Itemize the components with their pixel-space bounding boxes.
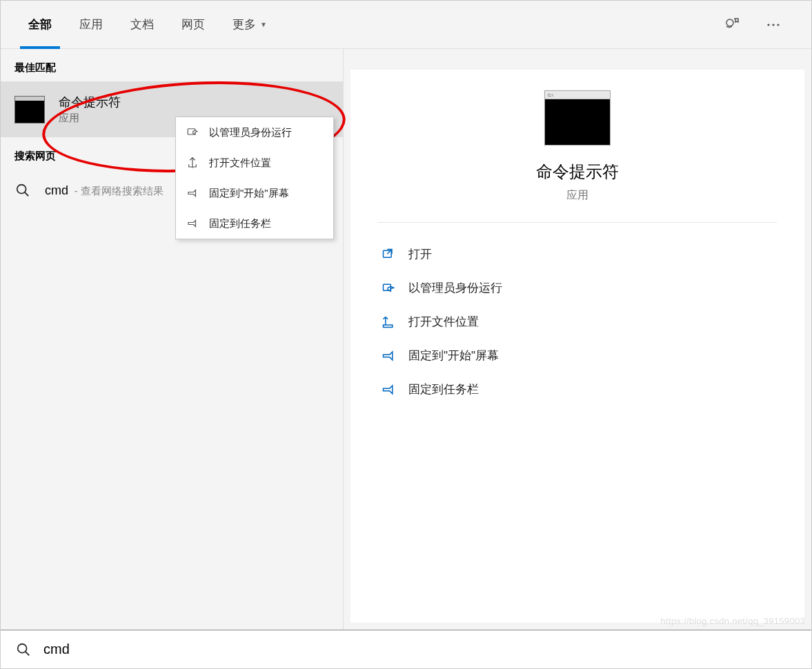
pin-icon bbox=[381, 382, 396, 397]
ctx-run-admin[interactable]: 以管理员身份运行 bbox=[176, 117, 333, 148]
preview-pane: C:\ 命令提示符 应用 打开 bbox=[344, 49, 811, 630]
action-label: 固定到任务栏 bbox=[408, 381, 479, 397]
action-run-admin[interactable]: 以管理员身份运行 bbox=[378, 273, 777, 303]
main-area: 最佳匹配 命令提示符 应用 搜索网页 cmd - 查看网络搜索结果 bbox=[1, 49, 811, 630]
open-icon bbox=[381, 247, 396, 262]
preview-thumbnail: C:\ bbox=[544, 90, 611, 146]
action-open-location[interactable]: 打开文件位置 bbox=[378, 307, 777, 337]
ctx-label: 打开文件位置 bbox=[209, 157, 271, 170]
svg-point-4 bbox=[17, 185, 26, 194]
action-list: 打开 以管理员身份运行 打开文件位置 bbox=[378, 223, 777, 404]
watermark: https://blog.csdn.net/qq_39159003 bbox=[661, 616, 805, 626]
action-label: 打开 bbox=[408, 246, 432, 262]
more-options-icon[interactable] bbox=[763, 14, 784, 35]
tab-apps[interactable]: 应用 bbox=[66, 1, 117, 49]
web-query: cmd bbox=[45, 183, 68, 197]
folder-icon bbox=[381, 314, 396, 330]
action-label: 打开文件位置 bbox=[408, 314, 479, 330]
search-input[interactable] bbox=[43, 641, 796, 657]
action-pin-taskbar[interactable]: 固定到任务栏 bbox=[378, 375, 777, 404]
search-bar bbox=[1, 630, 811, 668]
ctx-label: 以管理员身份运行 bbox=[209, 126, 292, 139]
result-text: 命令提示符 应用 bbox=[59, 94, 121, 125]
results-pane: 最佳匹配 命令提示符 应用 搜索网页 cmd - 查看网络搜索结果 bbox=[1, 49, 344, 630]
web-result-text: cmd - 查看网络搜索结果 bbox=[45, 183, 164, 198]
action-label: 以管理员身份运行 bbox=[408, 280, 502, 296]
ctx-pin-taskbar[interactable]: 固定到任务栏 bbox=[176, 208, 333, 239]
pin-icon bbox=[186, 186, 199, 200]
cmd-icon bbox=[14, 94, 45, 125]
folder-icon bbox=[186, 156, 199, 170]
context-menu: 以管理员身份运行 打开文件位置 固定到"开始"屏幕 bbox=[175, 117, 334, 239]
svg-point-0 bbox=[726, 19, 733, 26]
preview-title: 命令提示符 bbox=[536, 161, 619, 183]
action-open[interactable]: 打开 bbox=[378, 239, 777, 269]
tab-docs[interactable]: 文档 bbox=[117, 1, 168, 49]
preview-card: C:\ 命令提示符 应用 打开 bbox=[350, 70, 804, 623]
ctx-label: 固定到任务栏 bbox=[209, 217, 271, 230]
tab-label: 全部 bbox=[28, 17, 52, 32]
tab-bar: 全部 应用 文档 网页 更多 ▼ bbox=[1, 1, 811, 49]
shield-icon bbox=[186, 126, 199, 139]
ctx-open-location[interactable]: 打开文件位置 bbox=[176, 148, 333, 178]
action-pin-start[interactable]: 固定到"开始"屏幕 bbox=[378, 341, 777, 370]
feedback-icon[interactable] bbox=[722, 14, 742, 35]
preview-subtitle: 应用 bbox=[566, 188, 588, 203]
search-icon bbox=[14, 182, 31, 199]
section-best-match: 最佳匹配 bbox=[1, 49, 343, 81]
tab-more[interactable]: 更多 ▼ bbox=[219, 1, 281, 49]
preview-header: C:\ 命令提示符 应用 bbox=[378, 90, 777, 223]
svg-point-2 bbox=[772, 23, 774, 26]
thumb-titlebar: C:\ bbox=[545, 91, 610, 99]
shield-icon bbox=[381, 281, 396, 296]
ctx-label: 固定到"开始"屏幕 bbox=[209, 187, 289, 200]
result-subtitle: 应用 bbox=[59, 112, 121, 125]
search-icon bbox=[16, 642, 31, 657]
result-title: 命令提示符 bbox=[59, 94, 121, 110]
pin-icon bbox=[186, 217, 199, 230]
tab-web[interactable]: 网页 bbox=[168, 1, 219, 49]
pin-icon bbox=[381, 348, 396, 363]
search-window: 全部 应用 文档 网页 更多 ▼ 最佳匹配 命令提 bbox=[0, 0, 812, 669]
tabbar-right bbox=[722, 14, 798, 35]
tab-label: 应用 bbox=[79, 17, 103, 32]
tab-label: 文档 bbox=[130, 17, 154, 32]
thumb-body bbox=[545, 99, 610, 145]
tab-all[interactable]: 全部 bbox=[14, 1, 66, 49]
web-desc: - 查看网络搜索结果 bbox=[74, 185, 163, 197]
action-label: 固定到"开始"屏幕 bbox=[408, 348, 499, 363]
svg-point-11 bbox=[18, 643, 27, 652]
svg-rect-10 bbox=[384, 325, 393, 327]
chevron-down-icon: ▼ bbox=[260, 21, 267, 28]
ctx-pin-start[interactable]: 固定到"开始"屏幕 bbox=[176, 178, 333, 208]
svg-point-3 bbox=[777, 23, 779, 26]
svg-point-1 bbox=[767, 23, 769, 26]
tab-label: 更多 bbox=[232, 17, 256, 32]
svg-line-5 bbox=[25, 192, 29, 197]
svg-line-12 bbox=[26, 651, 30, 655]
tab-label: 网页 bbox=[181, 17, 205, 32]
